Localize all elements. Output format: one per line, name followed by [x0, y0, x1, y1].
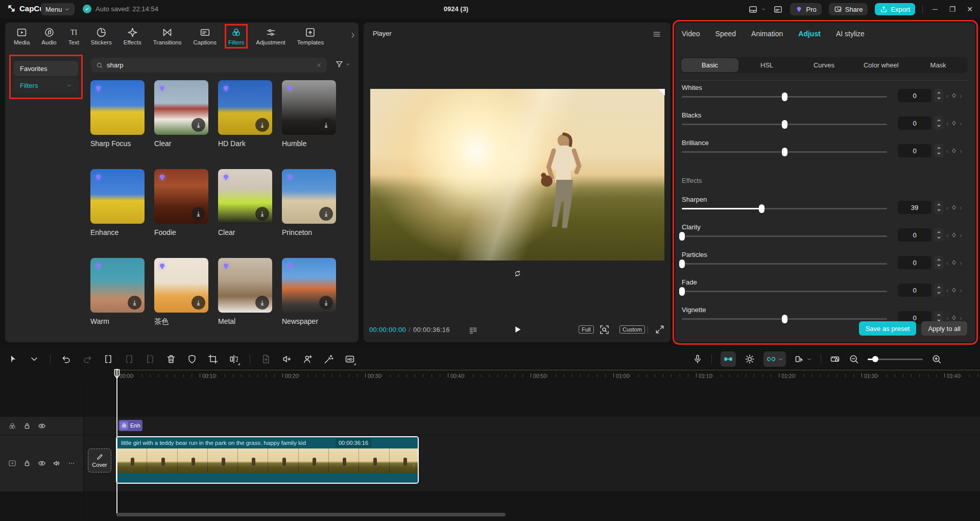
subtab-curves[interactable]: Curves: [796, 58, 853, 72]
value-input-blacks[interactable]: 0: [898, 116, 931, 130]
tab-transitions[interactable]: Transitions: [152, 26, 183, 46]
slider-handle[interactable]: [679, 287, 685, 296]
prev-keyframe-icon[interactable]: ‹: [946, 287, 948, 294]
tab-stickers[interactable]: Stickers: [89, 26, 113, 46]
add-keyframe-icon[interactable]: [950, 314, 958, 321]
value-stepper[interactable]: [935, 283, 943, 297]
filter-card[interactable]: Enhance: [90, 169, 145, 236]
download-button[interactable]: ⤓: [255, 118, 269, 132]
download-button[interactable]: ⤓: [128, 296, 141, 310]
play-button[interactable]: [512, 324, 523, 335]
filter-thumbnail[interactable]: ⤓: [218, 258, 272, 313]
filter-thumbnail[interactable]: [90, 80, 145, 135]
eye-icon[interactable]: [38, 422, 46, 430]
lock-icon[interactable]: [23, 422, 31, 430]
smart-tools[interactable]: [324, 354, 334, 364]
filter-card[interactable]: ⤓Clear: [218, 169, 272, 236]
value-stepper[interactable]: [935, 144, 943, 157]
frame-view-icon[interactable]: [467, 325, 480, 336]
download-button[interactable]: ⤓: [192, 118, 205, 132]
stepper-down-icon[interactable]: [936, 207, 942, 213]
add-keyframe-icon[interactable]: [950, 120, 958, 127]
layout-chevron-icon[interactable]: [761, 7, 766, 12]
select-tool[interactable]: [8, 354, 18, 364]
delete-right[interactable]: [145, 354, 155, 364]
main-track-snap[interactable]: [745, 354, 755, 364]
menu-button[interactable]: Menu: [41, 3, 75, 15]
mirror[interactable]: [229, 354, 239, 364]
eye-icon[interactable]: [38, 459, 46, 467]
next-keyframe-icon[interactable]: ›: [960, 314, 962, 322]
preview-quality-icon[interactable]: [599, 324, 610, 335]
timeline-ruler[interactable]: 00:0000:1000:2000:3000:4000:5001:0001:10…: [0, 370, 980, 384]
tab-media[interactable]: Media: [12, 26, 31, 46]
extract-audio[interactable]: [282, 354, 292, 364]
filter-card[interactable]: ⤓Newspaper: [282, 258, 336, 326]
timeline-horizontal-scrollbar[interactable]: [116, 513, 506, 516]
select-mode[interactable]: [795, 354, 812, 364]
filter-thumbnail[interactable]: ⤓: [218, 169, 272, 224]
stepper-up-icon[interactable]: [936, 229, 942, 235]
sidebar-item-favorites[interactable]: Favorites: [14, 61, 78, 76]
value-input-brilliance[interactable]: 0: [898, 144, 931, 157]
select-tool-more[interactable]: [29, 354, 39, 364]
next-keyframe-icon[interactable]: ›: [960, 92, 962, 100]
magnetic-snap[interactable]: [721, 351, 736, 367]
custom-ratio-button[interactable]: Custom: [619, 325, 645, 334]
stepper-down-icon[interactable]: [936, 151, 942, 156]
slider-handle[interactable]: [782, 92, 787, 101]
pro-badge[interactable]: Pro: [790, 3, 821, 15]
undo[interactable]: [61, 354, 71, 364]
slider-fade[interactable]: [682, 287, 887, 296]
download-button[interactable]: ⤓: [319, 207, 333, 221]
restore-button[interactable]: ❐: [947, 5, 958, 13]
value-input-fade[interactable]: 0: [898, 283, 931, 297]
value-stepper[interactable]: [935, 228, 943, 242]
tab-effects[interactable]: Effects: [122, 26, 143, 46]
stepper-up-icon[interactable]: [936, 285, 942, 290]
next-keyframe-icon[interactable]: ›: [960, 147, 962, 155]
clip-trim-handle[interactable]: ⋮: [412, 464, 416, 468]
slider-blacks[interactable]: [682, 120, 887, 129]
filter-sort-control[interactable]: [335, 60, 350, 68]
slider-track[interactable]: [682, 263, 887, 265]
stepper-down-icon[interactable]: [936, 263, 942, 268]
prev-keyframe-icon[interactable]: ‹: [946, 147, 948, 155]
value-stepper[interactable]: [935, 256, 943, 269]
filter-thumbnail[interactable]: [90, 169, 145, 224]
filter-card[interactable]: ⤓Warm: [90, 258, 145, 326]
search-input[interactable]: [107, 61, 313, 69]
quality[interactable]: [345, 354, 355, 364]
stepper-up-icon[interactable]: [936, 117, 942, 123]
stepper-up-icon[interactable]: [936, 90, 942, 96]
slider-handle[interactable]: [782, 315, 787, 323]
crop[interactable]: [208, 354, 218, 364]
subtab-hsl[interactable]: HSL: [738, 58, 796, 72]
tab-adjust[interactable]: Adjust: [798, 30, 821, 38]
filter-card[interactable]: ⤓Clear: [154, 80, 208, 148]
slider-particles[interactable]: [682, 259, 887, 268]
redo[interactable]: [82, 354, 92, 364]
playhead-marker[interactable]: [114, 369, 120, 379]
filter-thumbnail[interactable]: ⤓: [154, 169, 208, 224]
add-material[interactable]: [261, 354, 271, 364]
next-keyframe-icon[interactable]: ›: [960, 287, 962, 294]
timeline-zoom-slider[interactable]: [868, 356, 923, 363]
tab-ai-stylize[interactable]: AI stylize: [836, 30, 865, 38]
slider-handle[interactable]: [759, 204, 764, 213]
prev-keyframe-icon[interactable]: ‹: [946, 259, 948, 267]
value-stepper[interactable]: [935, 116, 943, 130]
prev-keyframe-icon[interactable]: ‹: [946, 204, 948, 211]
download-button[interactable]: ⤓: [319, 118, 333, 132]
preview-resize-handle[interactable]: [658, 89, 665, 96]
filter-card[interactable]: ⤓Humble: [282, 80, 336, 148]
filter-thumbnail[interactable]: ⤓: [154, 80, 208, 135]
filter-thumbnail[interactable]: ⤓: [282, 169, 336, 224]
tab-text[interactable]: Text: [67, 26, 81, 46]
auto-link[interactable]: [763, 351, 786, 367]
filter-thumbnail[interactable]: ⤓: [154, 258, 208, 313]
prev-keyframe-icon[interactable]: ‹: [946, 120, 948, 127]
slider-track[interactable]: [682, 291, 887, 292]
next-keyframe-icon[interactable]: ›: [960, 204, 962, 211]
value-input-clarity[interactable]: 0: [898, 228, 931, 242]
